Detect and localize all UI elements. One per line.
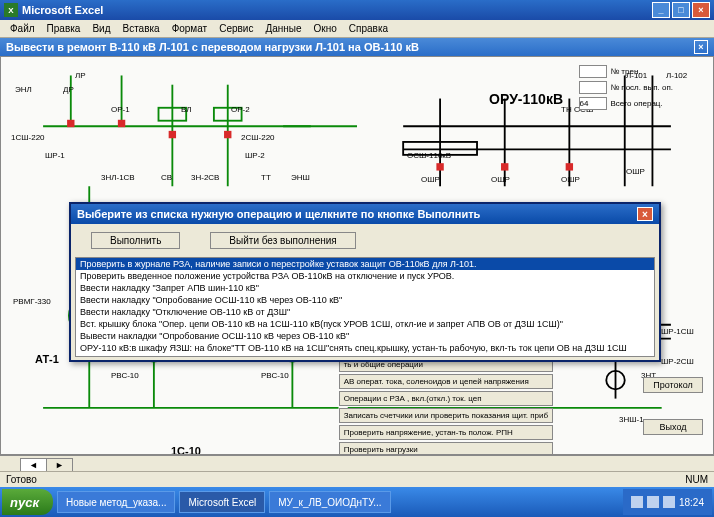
sch-label: 3НЛ-1СВ [101,173,135,182]
app-title: Microsoft Excel [22,4,103,16]
exit-button[interactable]: Выход [643,419,703,435]
svg-rect-35 [501,163,508,170]
app-title-bar: X Microsoft Excel _ □ × [0,0,714,20]
menu-file[interactable]: Файл [4,23,41,34]
list-item[interactable]: Ввести накладку "Отключение ОВ-110 кВ от… [76,306,654,318]
sch-label: ВЛ [181,105,192,114]
operation-buttons: ть и общие операции АВ операт. тока, сол… [339,357,553,455]
start-button[interactable]: пуск [2,489,53,515]
menu-format[interactable]: Формат [166,23,214,34]
vsego-label: Всего операц. [611,99,663,108]
menu-view[interactable]: Вид [86,23,116,34]
tray-icon[interactable] [663,496,675,508]
op-button[interactable]: АВ операт. тока, соленоидов и цепей напр… [339,374,553,389]
list-item[interactable]: Ввести накладку "Опробование ОСШ-110 кВ … [76,294,654,306]
sch-label: ШР-2СШ [661,357,694,366]
protocol-button[interactable]: Протокол [643,377,703,393]
maximize-button[interactable]: □ [672,2,690,18]
sch-label: ШР-1СШ [661,327,694,336]
start-label: пуск [10,495,39,510]
sch-label: ОШР [561,175,580,184]
svg-rect-34 [436,163,443,170]
op-button[interactable]: Проверить нагрузки [339,442,553,455]
sheet-tab[interactable]: ► [46,458,73,471]
minimize-button[interactable]: _ [652,2,670,18]
svg-rect-32 [224,131,231,138]
sch-label: РВМГ-330 [13,297,51,306]
sch-label: РВС-10 [261,371,289,380]
sch-label: ЭНШ [291,173,310,182]
operation-dialog: Выберите из списка нужную операцию и щел… [69,202,661,362]
svg-rect-36 [566,163,573,170]
menu-bar: Файл Правка Вид Вставка Формат Сервис Да… [0,20,714,38]
doc-close-button[interactable]: × [694,40,708,54]
list-item[interactable]: Ввести накладку "Запрет АПВ шин-110 кВ" [76,282,654,294]
sheet-tabs: ◄ ► [0,455,714,471]
list-item[interactable]: ОРУ-110 кВ:в шкафу ЯЗШ: на блоке"ТТ ОВ-1… [76,342,654,354]
vsego-input[interactable] [579,97,607,110]
document-title-bar: Вывести в ремонт В-110 кВ Л-101 с перево… [0,38,714,56]
list-item[interactable]: Проверить введенное положение устройства… [76,270,654,282]
status-num: NUM [685,474,708,485]
oru-title: ОРУ-110кВ [489,91,563,107]
sch-label: ШР-1 [45,151,65,160]
worksheet-content: ЭНЛ ДР ЛР ОР-1 ВЛ ОР-2 1СШ-220 2СШ-220 Ш… [0,56,714,455]
menu-edit[interactable]: Правка [41,23,87,34]
tray-icon[interactable] [631,496,643,508]
status-bar: Готово NUM [0,471,714,487]
sch-label: 1СШ-220 [11,133,45,142]
dialog-title-bar: Выберите из списка нужную операцию и щел… [71,204,659,224]
sch-label: 2СШ-220 [241,133,275,142]
sch-label: 3НШ-1 [619,415,644,424]
menu-help[interactable]: Справка [343,23,394,34]
sch-label: СВ [161,173,172,182]
status-ready: Готово [6,474,37,485]
operation-list[interactable]: Проверить в журнале РЗА, наличие записи … [75,257,655,357]
exit-without-exec-button[interactable]: Выйти без выполнения [210,232,355,249]
op-button[interactable]: Записать счетчики или проверить показани… [339,408,553,423]
sch-label: РВС-10 [111,371,139,380]
dialog-close-button[interactable]: × [637,207,653,221]
posl-input[interactable] [579,81,607,94]
menu-insert[interactable]: Вставка [116,23,165,34]
sheet-tab[interactable]: ◄ [20,458,47,471]
list-item[interactable]: Вст. крышку блока "Опер. цепи ОВ-110 кВ … [76,318,654,330]
sch-label: ЭНЛ [15,85,32,94]
posl-label: № посл. вып. оп. [611,83,673,92]
list-item[interactable]: Проверить в журнале РЗА, наличие записи … [76,258,654,270]
svg-rect-29 [67,120,74,127]
excel-icon: X [4,3,18,17]
sch-label: ДР [63,85,74,94]
task-item[interactable]: Microsoft Excel [179,491,265,513]
op-button[interactable]: Проверить напряжение, устан-ть полож. РП… [339,425,553,440]
tray-icon[interactable] [647,496,659,508]
dialog-title: Выберите из списка нужную операцию и щел… [77,208,480,220]
list-item[interactable]: ОРУ-110 кВ: ЯЗШ:на блоке"Закоротка цепей… [76,354,654,357]
op-button[interactable]: Операции с РЗА , вкл.(откл.) ток. цеп [339,391,553,406]
task-item[interactable]: Новые метод_указа... [57,491,175,513]
sch-label: ОР-1 [111,105,130,114]
svg-rect-30 [118,120,125,127]
tren-label: № трен. [611,67,641,76]
sch-label: ОШР [421,175,440,184]
sch-label: ЛР [75,71,86,80]
sch-label: 3Н-2СВ [191,173,219,182]
sch-label: ОШР [491,175,510,184]
menu-tools[interactable]: Сервис [213,23,259,34]
sch-label: ШР-2 [245,151,265,160]
execute-button[interactable]: Выполнить [91,232,180,249]
sch-label: 1С-10 [171,445,201,455]
document-title: Вывести в ремонт В-110 кВ Л-101 с перево… [6,41,419,53]
svg-rect-31 [169,131,176,138]
sch-label: АТ-1 [35,353,59,365]
tren-input[interactable] [579,65,607,78]
menu-data[interactable]: Данные [259,23,307,34]
taskbar: пуск Новые метод_указа... Microsoft Exce… [0,487,714,517]
list-item[interactable]: Вывести накладки "Опробование ОСШ-110 кВ… [76,330,654,342]
menu-window[interactable]: Окно [308,23,343,34]
system-tray: 18:24 [623,489,712,515]
task-item[interactable]: МУ_к_ЛВ_ОИОДнТУ... [269,491,390,513]
close-button[interactable]: × [692,2,710,18]
sch-label: ТТ [261,173,271,182]
sch-label: ОСШ-110кВ [407,151,451,160]
